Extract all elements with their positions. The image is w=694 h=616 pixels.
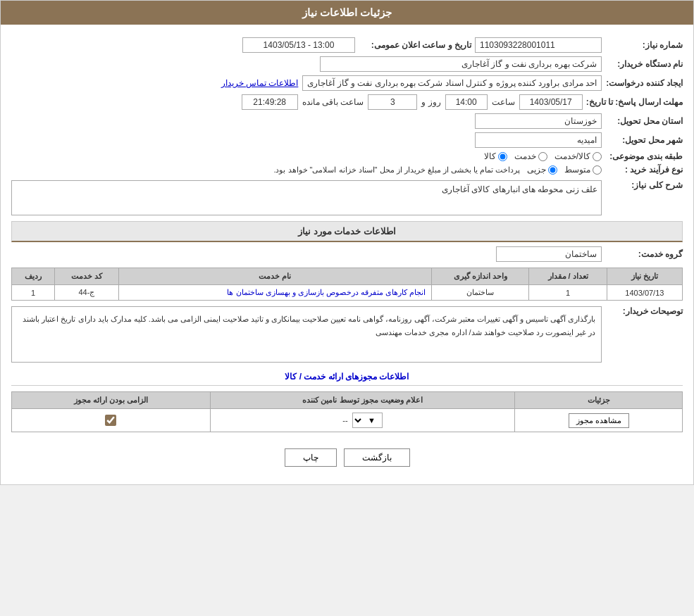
need-description-label: شرح کلی نیاز: [605, 180, 683, 190]
purchase-type-description: پرداخت تمام یا بخشی از مبلغ خریدار از مح… [273, 165, 520, 175]
response-deadline-label: مهلت ارسال پاسخ: تا تاریخ: [586, 97, 683, 107]
purchase-type-jozi-radio[interactable] [548, 165, 557, 175]
page-header: جزئیات اطلاعات نیاز [1, 1, 693, 25]
col-details: جزئیات [515, 392, 683, 409]
buyer-notes-label: توصیحات خریدار: [605, 306, 683, 316]
buyer-notes-value: بارگذاری آگهی تاسیس و آگهی تغییرات معتبر… [11, 306, 602, 363]
category-label: طبقه بندی موضوعی: [605, 151, 683, 161]
license-table: جزئیات اعلام وضعیت مجوز توسط نامین کننده… [11, 391, 683, 432]
purchase-type-group: متوسط جزیی پرداخت تمام یا بخشی از مبلغ خ… [273, 165, 602, 175]
delivery-province-label: استان محل تحویل: [605, 116, 683, 126]
category-khedmat-label: خدمت [514, 151, 536, 161]
purchase-type-label: نوع فرآیند خرید : [605, 165, 683, 175]
cell-supplier-announce: ▼ -- [210, 409, 514, 432]
category-khedmat-radio[interactable] [538, 152, 547, 161]
deadline-day-label: روز و [421, 97, 440, 107]
col-service-code: کد خدمت [55, 268, 119, 285]
cell-details: مشاهده مجوز [515, 409, 683, 432]
col-need-date: تاریخ نیاز [607, 268, 682, 285]
delivery-city-label: شهر محل تحویل: [605, 135, 683, 145]
back-button[interactable]: بازگشت [344, 448, 410, 467]
col-measure-unit: واحد اندازه گیری [431, 268, 529, 285]
service-group-value: ساختمان [496, 246, 602, 262]
supplier-announce-select[interactable]: ▼ [352, 413, 383, 428]
services-section-header: اطلاعات خدمات مورد نیاز [11, 221, 683, 242]
required-checkbox[interactable] [105, 415, 116, 426]
col-quantity: تعداد / مقدار [529, 268, 607, 285]
deadline-remaining: 21:49:28 [242, 94, 298, 110]
cell-measure-unit: ساختمان [431, 285, 529, 301]
deadline-days: 3 [368, 94, 417, 110]
purchase-type-mootaset-label: متوسط [564, 165, 590, 175]
deadline-time-label: ساعت [492, 97, 515, 107]
contact-link[interactable]: اطلاعات تماس خریدار [221, 78, 299, 88]
view-license-button[interactable]: مشاهده مجوز [569, 413, 629, 428]
category-kala-radio[interactable] [498, 152, 507, 161]
col-required: الزامی بودن ارائه مجوز [12, 392, 211, 409]
cell-quantity: 1 [529, 285, 607, 301]
purchase-type-jozi-label: جزیی [527, 165, 546, 175]
requester-value: احد مرادی براورد کننده پروژه و کنترل اسن… [302, 75, 602, 91]
cell-need-date: 1403/07/13 [607, 285, 682, 301]
need-number-label: شماره نیاز: [605, 40, 683, 50]
cell-required [12, 409, 211, 432]
purchase-type-mootaset-radio[interactable] [593, 165, 602, 175]
license-row: مشاهده مجوز ▼ -- [12, 409, 683, 432]
deadline-remaining-label: ساعت باقی مانده [302, 97, 364, 107]
cell-service-name: انجام کارهای متفرقه درخصوص بازسازی و بهس… [118, 285, 431, 301]
category-kala-khedmat-label: کالا/خدمت [554, 151, 590, 161]
deadline-date: 1403/05/17 [519, 94, 583, 110]
cell-row-num: 1 [12, 285, 55, 301]
action-buttons-area: بازگشت چاپ [11, 438, 683, 477]
delivery-province-value: خوزستان [475, 113, 602, 129]
table-row: 1403/07/13 1 ساختمان انجام کارهای متفرقه… [12, 285, 683, 301]
col-row-num: ردیف [12, 268, 55, 285]
license-section-header: اطلاعات مجوزهای ارائه خدمت / کالا [11, 368, 683, 386]
need-description-value: علف زنی محوطه های انبارهای کالای آغاجاری [11, 180, 602, 215]
category-khedmat-option: خدمت [514, 151, 547, 161]
requester-label: ایجاد کننده درخواست: [605, 78, 683, 88]
col-service-name: نام خدمت [118, 268, 431, 285]
purchase-type-jozi-option: جزیی [527, 165, 557, 175]
cell-service-code: ج-44 [55, 285, 119, 301]
page-title: جزئیات اطلاعات نیاز [302, 6, 392, 18]
announce-date-label: تاریخ و ساعت اعلان عمومی: [359, 40, 471, 50]
category-kala-label: کالا [484, 151, 496, 161]
deadline-time: 14:00 [445, 94, 488, 110]
buyer-org-label: نام دستگاه خریدار: [605, 59, 683, 69]
category-kala-option: کالا [484, 151, 507, 161]
category-kala-khedmat-option: کالا/خدمت [554, 151, 602, 161]
announce-date-value: 1403/05/13 - 13:00 [242, 37, 355, 53]
col-supplier-announce: اعلام وضعیت مجوز توسط نامین کننده [210, 392, 514, 409]
delivery-city-value: امیدیه [475, 132, 602, 148]
print-button[interactable]: چاپ [285, 448, 337, 467]
category-kala-khedmat-radio[interactable] [593, 152, 602, 161]
category-radio-group: کالا/خدمت خدمت کالا [484, 151, 602, 161]
purchase-type-mootaset-option: متوسط [564, 165, 602, 175]
services-table: تاریخ نیاز تعداد / مقدار واحد اندازه گیر… [11, 268, 683, 301]
need-number-value: 1103093228001011 [475, 37, 602, 53]
buyer-org-value: شرکت بهره برداری نفت و گاز آغاجاری [320, 56, 602, 72]
service-group-label: گروه خدمت: [605, 249, 683, 259]
